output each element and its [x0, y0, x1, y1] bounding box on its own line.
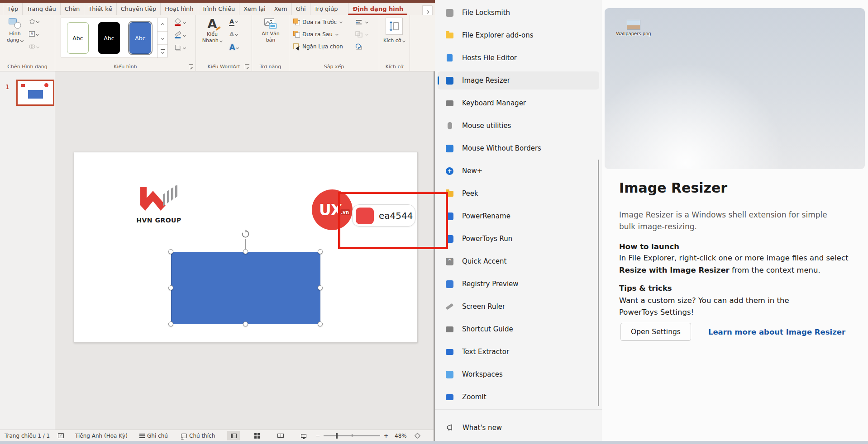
resize-handle-ne[interactable]	[318, 249, 323, 254]
sidebar-item[interactable]: Mouse Without Borders	[438, 139, 599, 157]
chevron-right-icon	[425, 10, 429, 13]
shapes-icon	[8, 18, 22, 29]
slide-sorter-button[interactable]	[250, 431, 263, 440]
resize-handle-n[interactable]	[243, 249, 248, 254]
spellcheck-button[interactable]: ✓	[58, 430, 64, 441]
resize-handle-se[interactable]	[318, 321, 323, 326]
quick-styles-button[interactable]: A Kiểu Nhanh	[200, 18, 225, 44]
resize-handle-w[interactable]	[168, 285, 173, 290]
sidebar-item[interactable]: Registry Preview	[438, 275, 599, 293]
zoom-out-button[interactable]: −	[315, 430, 320, 441]
fit-slide-button[interactable]	[415, 430, 420, 441]
ribbon-tab[interactable]: Xem lại	[239, 3, 269, 15]
sidebar-item[interactable]: Screen Ruler	[438, 298, 599, 316]
sidebar-item[interactable]: PowerRename	[438, 207, 599, 225]
align-button[interactable]	[355, 16, 378, 28]
group-shape-styles: AbcAbcAbc Kiểu hình	[55, 15, 196, 71]
arrange-button[interactable]: Đưa ra Sau	[293, 28, 361, 40]
ribbon-tab[interactable]: Chèn	[60, 3, 84, 15]
sidebar-item[interactable]: File Explorer add-ons	[438, 26, 599, 44]
shapes-button[interactable]: Hình dạng	[4, 18, 26, 43]
gallery-more-button[interactable]	[157, 45, 167, 58]
chevron-up-icon	[161, 23, 164, 26]
sidebar-item[interactable]: Keyboard Manager	[438, 94, 599, 112]
shape-outline-button[interactable]	[174, 28, 198, 41]
screen: TệpTrang đầuChènThiết kếChuyển tiếpHoạt …	[0, 0, 868, 444]
text-effects-button[interactable]: A	[229, 44, 238, 51]
taskbar-edge	[0, 441, 868, 444]
sidebar-item[interactable]: File Locksmith	[438, 4, 599, 22]
ribbon-tab[interactable]: Xem	[270, 3, 291, 15]
zoom-in-button[interactable]: +	[384, 430, 388, 441]
reading-view-button[interactable]	[274, 431, 287, 440]
dialog-launcher-icon[interactable]	[189, 64, 193, 69]
sidebar-item[interactable]: PowerToys Run	[438, 230, 599, 248]
merge-shapes-button[interactable]	[29, 44, 39, 49]
ribbon-tab[interactable]: Trang đầu	[22, 3, 60, 15]
zoom-level[interactable]: 48%	[395, 430, 407, 441]
slideshow-button[interactable]	[297, 431, 310, 440]
chevron-down-icon	[20, 39, 24, 42]
group-accessibility: Alt Văn bản Trợ năng	[252, 15, 289, 71]
ribbon-tab[interactable]: Trình Chiếu	[198, 3, 239, 15]
open-settings-button[interactable]: Open Settings	[620, 323, 691, 341]
resize-handle-e[interactable]	[318, 285, 323, 290]
sidebar-item[interactable]: ^ Quick Accent	[438, 252, 599, 270]
shape-fill-button[interactable]	[174, 16, 198, 28]
ribbon-tab[interactable]: Định dạng hình	[348, 3, 407, 15]
slide-thumbnail[interactable]	[16, 80, 54, 106]
zoom-slider[interactable]	[324, 435, 380, 436]
tips-heading: Tips & tricks	[619, 284, 672, 293]
sidebar-item[interactable]: Workspaces	[438, 365, 599, 383]
ribbon-tab[interactable]: Ghi	[291, 3, 310, 15]
sidebar-item[interactable]: Hosts File Editor	[438, 49, 599, 67]
ribbon-tab[interactable]: Tệp	[3, 3, 22, 15]
sidebar-item-whats-new[interactable]: What's new	[438, 419, 599, 437]
rotate-icon	[355, 43, 362, 50]
language-selector[interactable]: Tiếng Anh (Hoa Kỳ)	[75, 430, 128, 441]
resize-handle-nw[interactable]	[168, 249, 173, 254]
shape-style-chip[interactable]: Abc	[98, 22, 120, 54]
group-label: Kiểu hình	[55, 64, 196, 70]
arrange-button[interactable]: Ngăn Lựa chọn	[293, 40, 361, 52]
chevron-down-icon	[235, 20, 238, 23]
learn-more-link[interactable]: Learn more about Image Resizer	[708, 328, 845, 336]
rotate-button[interactable]	[355, 40, 378, 52]
text-fill-button[interactable]: A	[229, 19, 238, 24]
slide-counter[interactable]: Trang chiếu 1 / 1	[5, 430, 50, 441]
sidebar-item[interactable]: Shortcut Guide	[438, 320, 599, 338]
rotate-handle[interactable]	[241, 230, 250, 240]
sidebar-item[interactable]: Text Extractor	[438, 343, 599, 361]
text-box-button[interactable]: A	[29, 31, 38, 37]
ribbon-tab[interactable]: Chuyển tiếp	[116, 3, 161, 15]
sidebar-item[interactable]: ZoomIt	[438, 388, 599, 406]
shape-style-chip[interactable]: Abc	[129, 22, 151, 54]
ribbon-tab[interactable]: Thiết kế	[84, 3, 116, 15]
ribbon-tab[interactable]: Trợ giúp	[310, 3, 342, 15]
arrange-button[interactable]: Đưa ra Trước	[293, 16, 361, 28]
bring-forward-icon	[293, 19, 300, 25]
ribbon-tab[interactable]: Hoạt hình	[160, 3, 197, 15]
comments-toggle[interactable]: Chú thích	[181, 430, 215, 441]
group-objects-button[interactable]	[355, 28, 378, 40]
shape-style-chip[interactable]: Abc	[67, 22, 89, 54]
sidebar-item[interactable]: Mouse utilities	[438, 117, 599, 135]
sidebar-item[interactable]: + New+	[438, 162, 599, 180]
size-button[interactable]	[386, 18, 403, 35]
sidebar-item[interactable]: Image Resizer	[438, 71, 599, 90]
dialog-launcher-icon[interactable]	[245, 64, 249, 69]
resize-handle-sw[interactable]	[168, 321, 173, 326]
gallery-down-button[interactable]	[157, 32, 167, 45]
resize-handle-s[interactable]	[243, 321, 248, 326]
sidebar-scrollbar[interactable]	[598, 160, 599, 406]
selected-blue-rectangle[interactable]	[171, 252, 320, 324]
normal-view-button[interactable]	[227, 431, 240, 440]
zoom-slider-thumb[interactable]	[336, 433, 338, 439]
alt-text-button[interactable]: Alt Văn bản	[257, 18, 285, 43]
edit-shape-button[interactable]	[29, 19, 39, 24]
notes-toggle[interactable]: Ghi chú	[139, 430, 168, 441]
text-outline-button[interactable]: A	[229, 31, 238, 37]
shape-effects-button[interactable]	[174, 41, 198, 54]
gallery-up-button[interactable]	[157, 18, 167, 32]
sidebar-item[interactable]: Peek	[438, 184, 599, 203]
